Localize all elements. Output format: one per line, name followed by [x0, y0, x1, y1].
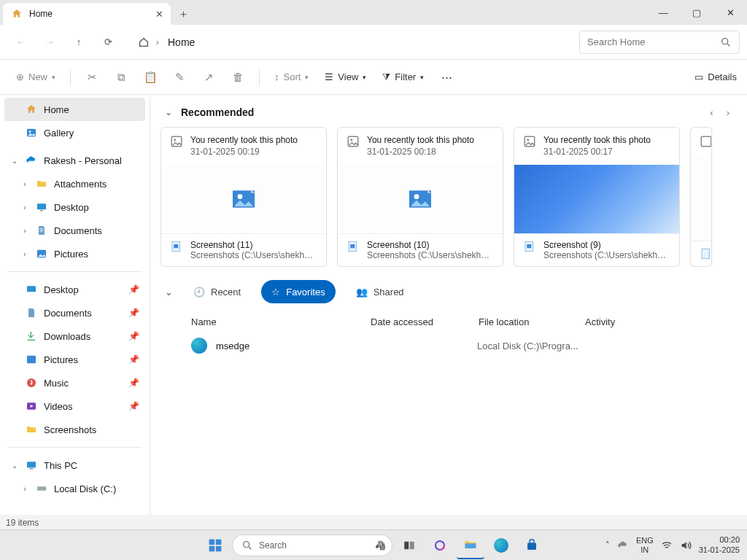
chevron-down-icon[interactable]: ⌄ [10, 462, 19, 470]
close-window-button[interactable]: ✕ [713, 0, 747, 25]
sidebar-item-gallery[interactable]: Gallery [4, 121, 145, 144]
pin-icon[interactable]: 📌 [128, 308, 139, 318]
table-header: Name Date accessed File location Activit… [160, 309, 747, 333]
sidebar-quick-downloads[interactable]: Downloads📌 [4, 324, 145, 348]
col-location[interactable]: File location [479, 316, 585, 327]
scroll-right-button[interactable]: › [727, 107, 729, 118]
search-decoration-icon: 🦓 [375, 540, 386, 551]
desktop-icon [35, 201, 48, 214]
share-button[interactable]: ↗ [196, 65, 221, 90]
collapse-toggle[interactable]: ⌄ [165, 107, 172, 117]
pill-shared[interactable]: 👥 Shared [346, 280, 414, 303]
copy-button[interactable]: ⧉ [109, 65, 133, 90]
taskbar-search[interactable]: Search 🦓 [232, 534, 392, 556]
recommended-card-peek[interactable] [690, 127, 712, 267]
table-row[interactable]: msedge Local Disk (C:)\Progra... [160, 333, 747, 358]
back-button[interactable]: ← [7, 29, 34, 55]
store-button[interactable] [518, 532, 546, 559]
downloads-icon [25, 330, 38, 343]
copilot-button[interactable] [426, 532, 454, 559]
sidebar-quick-desktop[interactable]: Desktop📌 [4, 278, 145, 301]
chevron-right-icon[interactable]: › [20, 250, 29, 258]
folder-icon [25, 423, 38, 436]
tab-close-icon[interactable]: ✕ [155, 9, 163, 20]
language-indicator[interactable]: ENG IN [636, 536, 654, 553]
svg-rect-6 [27, 286, 36, 292]
tab-label: Home [29, 9, 53, 19]
search-input[interactable]: Search Home [579, 31, 740, 54]
collapse-toggle[interactable]: ⌄ [165, 287, 173, 298]
filter-button[interactable]: ⧩ Filter ▾ [376, 65, 430, 90]
maximize-button[interactable]: ▢ [680, 0, 713, 25]
chevron-right-icon[interactable]: › [20, 227, 29, 235]
paste-button[interactable]: 📋 [138, 65, 163, 90]
sidebar-item-attachments[interactable]: › Attachments [4, 172, 145, 195]
cut-button[interactable]: ✂ [80, 65, 104, 90]
refresh-button[interactable]: ⟳ [95, 29, 121, 55]
pin-icon[interactable]: 📌 [128, 331, 139, 341]
up-button[interactable]: ↑ [66, 29, 92, 55]
chevron-down-icon[interactable]: ⌄ [10, 157, 19, 165]
start-button[interactable] [201, 532, 229, 559]
col-activity[interactable]: Activity [585, 316, 747, 327]
sidebar-quick-videos[interactable]: Videos📌 [4, 394, 145, 418]
chevron-right-icon[interactable]: › [20, 485, 29, 493]
more-button[interactable]: ⋯ [434, 65, 459, 90]
pin-icon[interactable]: 📌 [128, 354, 139, 365]
recommended-card[interactable]: You recently took this photo31-01-2025 0… [337, 127, 503, 267]
sidebar-item-onedrive[interactable]: ⌄ Rakesh - Personal [4, 149, 145, 172]
rename-button[interactable]: ✎ [167, 65, 192, 90]
task-view-button[interactable] [395, 532, 423, 559]
svg-point-2 [29, 131, 31, 133]
recommended-card[interactable]: You recently took this photo31-01-2025 0… [514, 127, 680, 267]
recommended-card[interactable]: You recently took this photo31-01-2025 0… [160, 127, 327, 267]
documents-icon [35, 224, 48, 237]
col-name[interactable]: Name [191, 316, 371, 327]
minimize-button[interactable]: — [646, 0, 680, 25]
svg-rect-4 [40, 210, 43, 211]
chevron-down-icon: ▾ [305, 74, 309, 81]
new-button[interactable]: ⊕ New ▾ [10, 65, 61, 90]
sidebar-item-home[interactable]: Home [4, 98, 145, 121]
chevron-right-icon[interactable]: › [20, 180, 29, 188]
sidebar-quick-screenshots[interactable]: Screenshots [4, 418, 145, 441]
pin-icon[interactable]: 📌 [128, 284, 139, 295]
sidebar-quick-music[interactable]: Music📌 [4, 371, 145, 394]
breadcrumb-chevron-icon[interactable]: › [153, 36, 162, 47]
forward-button[interactable]: → [36, 29, 63, 55]
sidebar-item-pictures[interactable]: › Pictures [4, 242, 145, 265]
pin-icon[interactable]: 📌 [128, 378, 139, 388]
sort-button[interactable]: ↕ Sort ▾ [268, 65, 314, 90]
view-button[interactable]: ☰ View ▾ [319, 65, 372, 90]
explorer-button[interactable] [457, 532, 484, 559]
col-date[interactable]: Date accessed [371, 316, 479, 327]
wifi-icon[interactable] [661, 540, 673, 551]
sidebar-item-documents[interactable]: › Documents [4, 219, 145, 242]
pill-favorites[interactable]: ☆ Favorites [261, 280, 335, 303]
tray-chevron-icon[interactable]: ˄ [605, 540, 610, 550]
address-label[interactable]: Home [168, 36, 195, 48]
volume-icon[interactable] [680, 540, 692, 551]
chevron-right-icon[interactable]: › [20, 203, 29, 211]
chevron-down-icon: ▾ [52, 74, 55, 81]
new-tab-button[interactable]: ＋ [171, 3, 196, 25]
pictures-icon [35, 247, 48, 260]
sidebar-quick-pictures[interactable]: Pictures📌 [4, 348, 145, 371]
sidebar-item-localdisk[interactable]: › Local Disk (C:) [4, 477, 145, 500]
tab-home[interactable]: Home ✕ [3, 3, 171, 25]
sidebar-quick-documents[interactable]: Documents📌 [4, 301, 145, 324]
address-home-icon[interactable] [137, 36, 150, 49]
svg-rect-39 [410, 541, 414, 549]
photo-icon [347, 135, 360, 158]
card-preview [161, 165, 326, 233]
sidebar-item-thispc[interactable]: ⌄ This PC [4, 454, 145, 477]
onedrive-tray-icon[interactable] [617, 540, 629, 551]
sidebar-item-desktop[interactable]: › Desktop [4, 195, 145, 219]
delete-button[interactable]: 🗑 [225, 65, 250, 90]
pill-recent[interactable]: 🕘 Recent [183, 280, 251, 303]
scroll-left-button[interactable]: ‹ [710, 107, 713, 118]
details-button[interactable]: ▭ Details [694, 71, 737, 82]
edge-button[interactable] [487, 532, 515, 559]
clock[interactable]: 00:20 31-01-2025 [699, 535, 740, 554]
pin-icon[interactable]: 📌 [128, 401, 139, 411]
